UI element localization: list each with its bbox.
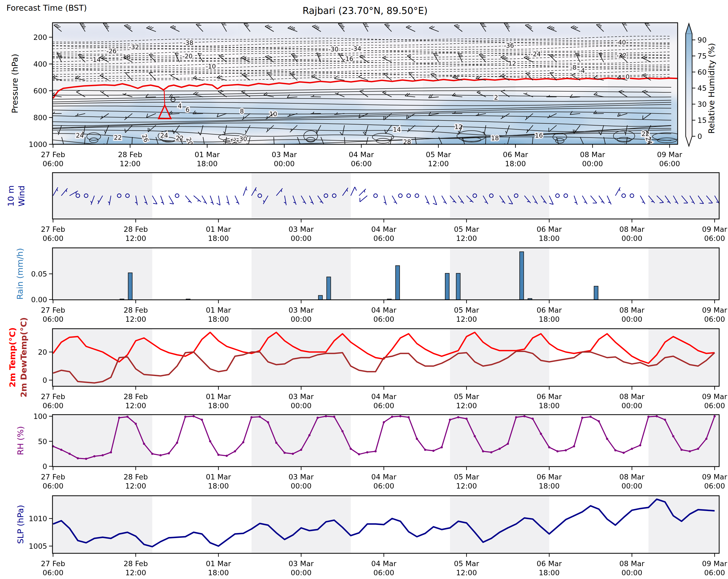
slp-tick-label: 1010 xyxy=(29,515,47,523)
contour-label-positive: 6 xyxy=(186,106,190,113)
rh-marker xyxy=(192,415,195,417)
rh-marker xyxy=(622,452,625,454)
x-tick-date: 09 Mar xyxy=(702,559,727,568)
x-tick-time: 06:00 xyxy=(373,569,394,577)
contour-label-positive: 0 xyxy=(626,73,630,80)
x-tick-date: 27 Feb xyxy=(41,150,66,159)
day-night-band xyxy=(252,415,351,466)
day-night-band xyxy=(252,248,351,299)
x-tick-date: 01 Mar xyxy=(206,473,231,481)
wind-barb xyxy=(250,144,256,153)
x-tick-date: 03 Mar xyxy=(271,150,297,159)
rh-marker xyxy=(284,452,286,454)
x-tick-date: 09 Mar xyxy=(702,473,727,481)
colorbar-tick-label: 30 xyxy=(698,100,707,108)
x-tick-date: 03 Mar xyxy=(288,392,314,401)
x-tick-time: 18:00 xyxy=(208,402,229,410)
x-tick-date: 05 Mar xyxy=(454,225,479,233)
rh-marker xyxy=(300,449,302,451)
day-night-band xyxy=(450,496,549,553)
wind-barb xyxy=(556,144,562,153)
x-tick-time: 06:00 xyxy=(659,160,680,168)
x-tick-time: 06:00 xyxy=(373,234,394,243)
rh-marker xyxy=(424,449,426,451)
day-night-band xyxy=(648,248,719,299)
contour-label-positive: 22 xyxy=(114,134,122,141)
x-tick-time: 00:00 xyxy=(621,315,642,323)
colorbar-tick-label: 90 xyxy=(698,36,707,44)
rh-marker xyxy=(234,450,236,452)
x-tick-date: 01 Mar xyxy=(206,306,231,314)
contour-label-positive: 18 xyxy=(491,135,499,142)
rh-marker xyxy=(317,417,319,419)
pressure-tick-label: 600 xyxy=(33,87,47,95)
rh-marker xyxy=(325,415,327,417)
x-tick-date: 09 Mar xyxy=(702,225,727,233)
x-tick-time: 06:00 xyxy=(43,569,63,577)
temp-panel: 20027 Feb06:0028 Feb12:0001 Mar18:0003 M… xyxy=(38,329,727,410)
x-tick-date: 05 Mar xyxy=(454,306,479,314)
day-night-band xyxy=(648,173,719,218)
rh-marker xyxy=(391,416,393,418)
rh-marker xyxy=(77,457,79,459)
x-tick-date: 27 Feb xyxy=(41,392,66,401)
wind-barb xyxy=(651,144,656,153)
x-tick-time: 18:00 xyxy=(208,569,229,577)
contour-label-negative: -26 xyxy=(106,48,116,55)
rh-marker xyxy=(713,415,716,417)
x-tick-date: 27 Feb xyxy=(41,225,66,233)
x-tick-time: 18:00 xyxy=(539,234,560,243)
cross-section-panel: 246810121416182022242624222628222430-4-8… xyxy=(27,23,702,168)
wind-barb xyxy=(415,144,421,153)
contour-label-negative: -32 xyxy=(129,44,139,51)
x-tick-date: 28 Feb xyxy=(124,473,148,481)
wind-barb xyxy=(533,144,540,152)
rain-bar xyxy=(128,273,132,300)
x-tick-time: 06:00 xyxy=(704,482,725,490)
x-tick-time: 06:00 xyxy=(351,160,372,168)
x-tick-date: 04 Mar xyxy=(371,392,397,401)
x-tick-date: 08 Mar xyxy=(619,473,645,481)
rh-marker xyxy=(366,451,368,453)
x-tick-date: 09 Mar xyxy=(702,306,727,314)
colorbar-tick-label: 0 xyxy=(698,132,702,141)
x-tick-time: 00:00 xyxy=(291,315,312,323)
x-tick-time: 18:00 xyxy=(539,315,560,323)
day-night-band xyxy=(648,496,719,553)
x-tick-time: 06:00 xyxy=(43,402,63,410)
x-tick-time: 12:00 xyxy=(456,482,477,490)
contour-label-negative: -40 xyxy=(616,39,626,46)
rh-marker xyxy=(498,448,501,450)
pressure-tick-label: 200 xyxy=(33,33,47,42)
x-tick-time: 06:00 xyxy=(704,402,725,410)
x-tick-time: 12:00 xyxy=(456,402,477,410)
contour-label-negative: -8 xyxy=(571,64,577,71)
x-tick-time: 18:00 xyxy=(208,234,229,243)
x-tick-date: 01 Mar xyxy=(206,559,231,568)
contour-label-negative: -34 xyxy=(351,45,361,52)
rh-marker xyxy=(573,445,575,447)
wind-barb xyxy=(318,144,321,155)
x-tick-date: 06 Mar xyxy=(537,559,562,568)
rh-marker xyxy=(598,420,600,422)
rh-marker xyxy=(259,416,261,418)
rh-marker xyxy=(341,430,344,432)
meteogram-figure: Forecast Time (BST) Rajbari (23.70°N, 89… xyxy=(0,0,728,579)
rain-bar xyxy=(318,296,322,300)
rh-marker xyxy=(151,453,154,455)
x-tick-date: 06 Mar xyxy=(537,392,562,401)
rh-marker xyxy=(449,419,451,421)
rh-marker xyxy=(581,417,583,419)
contour-label-positive: 16 xyxy=(535,132,543,139)
rh-marker xyxy=(441,446,443,448)
colorbar-tick-label: 15 xyxy=(698,116,707,125)
rh-marker xyxy=(69,453,71,455)
wind-barb xyxy=(297,144,301,154)
contour-label-negative: -36 xyxy=(504,42,514,49)
rh-marker xyxy=(474,435,476,437)
rh-marker xyxy=(523,415,525,417)
x-tick-time: 00:00 xyxy=(621,402,642,410)
contour-label-negative: -24 xyxy=(530,51,541,58)
rh-tick-label: 50 xyxy=(38,437,47,446)
rh-tick-label: 0 xyxy=(43,462,47,471)
